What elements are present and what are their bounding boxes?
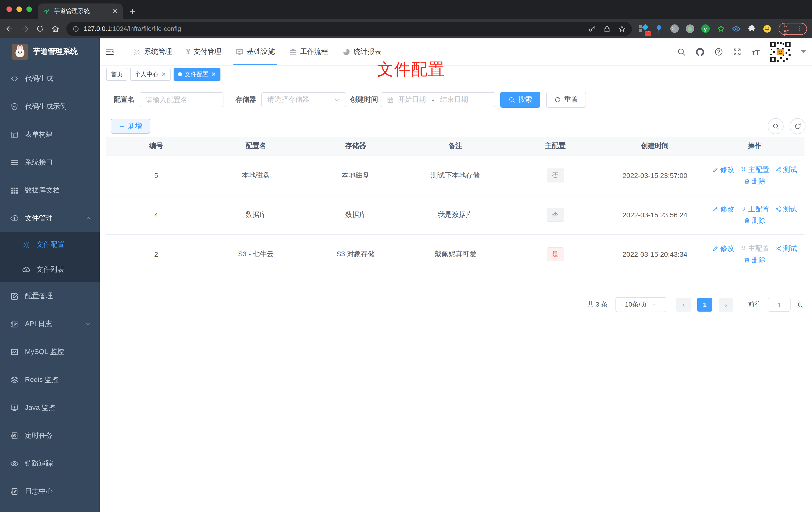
site-info-icon[interactable] — [72, 25, 79, 32]
close-icon[interactable]: ✕ — [161, 71, 166, 78]
test-link[interactable]: 测试 — [775, 165, 797, 174]
password-key-icon[interactable] — [588, 25, 596, 33]
close-icon[interactable]: ✕ — [211, 71, 216, 78]
new-tab-button[interactable]: + — [130, 6, 135, 17]
sidebar-item-system-api[interactable]: 系统接口 — [0, 149, 100, 177]
briefcase-icon — [289, 48, 297, 56]
sidebar-item-db-doc[interactable]: 数据库文档 — [0, 177, 100, 204]
search-icon[interactable] — [677, 48, 686, 56]
set-master-link[interactable]: 主配置 — [740, 205, 769, 214]
tag-file-config[interactable]: 文件配置✕ — [174, 68, 221, 81]
yen-icon: ¥ — [186, 48, 191, 56]
test-link[interactable]: 测试 — [775, 244, 797, 253]
tag-manager-extension-icon[interactable]: 11 — [639, 24, 648, 33]
sidebar-item-form-builder[interactable]: 表单构建 — [0, 121, 100, 149]
app-logo-rabbit-avatar — [12, 43, 28, 60]
home-icon[interactable] — [51, 24, 60, 33]
tag-profile[interactable]: 个人中心✕ — [130, 68, 171, 81]
config-name-input[interactable] — [140, 92, 224, 107]
sidebar-item-java-monitor[interactable]: Java 监控 — [0, 394, 100, 422]
sidebar-item-file-list[interactable]: 文件列表 — [0, 257, 100, 282]
star-extension-icon[interactable] — [716, 24, 725, 33]
sidebar-item-label: 文件管理 — [25, 214, 53, 223]
delete-link[interactable]: 删除 — [744, 255, 765, 265]
prev-page-button[interactable]: ‹ — [676, 298, 691, 311]
reload-icon[interactable] — [36, 24, 45, 33]
add-button[interactable]: 新增 — [111, 119, 150, 133]
sidebar-item-redis-monitor[interactable]: Redis 监控 — [0, 366, 100, 394]
sidebar-item-label: 文件列表 — [36, 265, 64, 274]
share-icon[interactable] — [603, 25, 611, 33]
window-minimize-button[interactable] — [17, 6, 22, 12]
emoji-extension-icon[interactable] — [763, 24, 772, 33]
trash-icon — [744, 217, 750, 224]
user-dropdown-caret-icon[interactable] — [801, 50, 806, 53]
chrome-update-button[interactable]: 更新 ⋮ — [779, 23, 807, 35]
sidebar-item-log-center[interactable]: 日志中心 — [0, 478, 100, 506]
window-close-button[interactable] — [6, 6, 12, 12]
sidebar-item-scheduled-tasks[interactable]: 定时任务 — [0, 422, 100, 450]
address-bar[interactable]: 127.0.0.1:1024/infra/file/file-config — [66, 22, 632, 36]
sidebar-item-code-generation[interactable]: 代码生成 — [0, 65, 100, 93]
forward-icon[interactable] — [21, 24, 29, 33]
reset-button[interactable]: 重置 — [546, 92, 586, 108]
edit-link[interactable]: 修改 — [712, 205, 734, 214]
goto-page-input[interactable] — [767, 298, 790, 311]
magnet-icon — [740, 206, 747, 212]
sidebar-item-api-log[interactable]: API 日志 — [0, 310, 100, 338]
fullscreen-icon[interactable] — [733, 48, 742, 56]
cell-create-time: 2022-03-15 23:57:00 — [605, 156, 705, 195]
date-range-picker[interactable]: 开始日期 - 结束日期 — [381, 92, 495, 107]
pagination-total: 共 3 条 — [587, 300, 608, 309]
sidebar-item-file-management[interactable]: 文件管理 — [0, 204, 100, 232]
tab-workflow[interactable]: 工作流程 — [282, 38, 335, 65]
sidebar-item-config-management[interactable]: 配置管理 — [0, 282, 100, 310]
sidebar-logo-row[interactable]: 芋道管理系统 — [0, 38, 100, 65]
cell-storage: 本地磁盘 — [306, 156, 406, 195]
config-name-field[interactable] — [146, 96, 218, 104]
set-master-link[interactable]: 主配置 — [740, 165, 769, 174]
sidebar-item-mysql-monitor[interactable]: MySQL 监控 — [0, 338, 100, 366]
test-link[interactable]: 测试 — [775, 205, 797, 214]
delete-link[interactable]: 删除 — [744, 216, 765, 225]
refresh-table-button[interactable] — [789, 118, 806, 134]
sidebar-item-code-gen-example[interactable]: 代码生成示例 — [0, 93, 100, 121]
edit-link[interactable]: 修改 — [712, 244, 734, 253]
font-size-icon[interactable]: ᴛT — [751, 48, 760, 56]
delete-link[interactable]: 删除 — [744, 177, 765, 186]
tab-payment-management[interactable]: ¥支付管理 — [179, 38, 228, 65]
tab-infrastructure[interactable]: 基础设施 — [228, 38, 282, 65]
balloon-extension-icon[interactable] — [655, 24, 663, 33]
cell-remark: 戴佩妮真可爱 — [406, 235, 505, 274]
y-extension-icon[interactable]: y — [701, 24, 710, 33]
recorder-extension-icon[interactable] — [685, 24, 694, 33]
toggle-search-button[interactable] — [767, 118, 784, 134]
edit-link[interactable]: 修改 — [712, 165, 734, 174]
page-size-select[interactable]: 10条/页 — [615, 297, 666, 312]
sidebar-item-file-config[interactable]: 文件配置 — [0, 232, 100, 257]
search-button[interactable]: 搜索 — [500, 92, 540, 108]
chrome-menu-icon: ⋮ — [796, 25, 803, 32]
tag-home[interactable]: 首页 — [106, 68, 127, 81]
extension-badge: 11 — [645, 31, 651, 36]
back-icon[interactable] — [5, 24, 14, 33]
puzzle-extensions-icon[interactable] — [747, 24, 756, 33]
tab-close-icon[interactable]: ✕ — [112, 7, 118, 15]
bookmark-star-icon[interactable] — [618, 25, 626, 33]
page-1-button[interactable]: 1 — [697, 298, 712, 311]
trash-icon — [744, 178, 750, 184]
github-icon[interactable] — [696, 47, 705, 57]
tab-system-management[interactable]: 系统管理 — [126, 38, 179, 65]
refresh-icon — [794, 122, 801, 130]
window-zoom-button[interactable] — [26, 6, 32, 12]
next-page-button[interactable]: › — [719, 298, 733, 311]
user-avatar-qr[interactable] — [769, 41, 791, 63]
browser-tab[interactable]: 芋道管理系统 ✕ — [38, 3, 123, 19]
storage-select[interactable]: 请选择存储器 — [261, 92, 346, 107]
help-icon[interactable] — [715, 48, 723, 56]
eye-extension-icon[interactable] — [732, 24, 741, 33]
sidebar-item-label: 链路追踪 — [25, 459, 53, 468]
command-extension-icon[interactable]: ⌘ — [670, 24, 679, 33]
sidebar-item-tracing[interactable]: 链路追踪 — [0, 450, 100, 478]
sidebar-fold-icon[interactable] — [105, 47, 115, 57]
